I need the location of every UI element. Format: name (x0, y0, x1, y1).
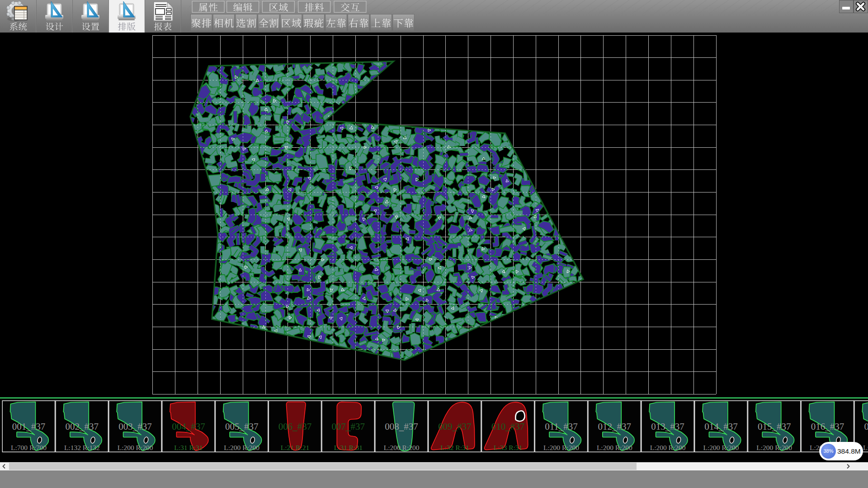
svg-text:012_#37: 012_#37 (598, 421, 632, 432)
svg-text:014_#37: 014_#37 (704, 421, 738, 432)
svg-text:L:700 R:700: L:700 R:700 (11, 444, 47, 451)
svg-text:L:200 R:200: L:200 R:200 (384, 444, 420, 451)
svg-text:003_#37: 003_#37 (118, 421, 152, 432)
svg-text:009_#37: 009_#37 (438, 421, 472, 432)
svg-text:L:200 R:200: L:200 R:200 (863, 444, 868, 451)
svg-text:L:200 R:200: L:200 R:200 (756, 444, 792, 451)
svg-text:001_#37: 001_#37 (12, 421, 46, 432)
svg-text:L:31 R:31: L:31 R:31 (174, 444, 203, 451)
svg-text:L:200 R:200: L:200 R:200 (650, 444, 686, 451)
svg-text:013_#37: 013_#37 (651, 421, 684, 432)
svg-text:L:21 R:21: L:21 R:21 (281, 444, 309, 451)
svg-text:015_#37: 015_#37 (758, 421, 791, 432)
svg-text:016_#37: 016_#37 (811, 421, 844, 432)
svg-text:L:200 R:200: L:200 R:200 (224, 444, 259, 451)
svg-text:017_#37: 017_#37 (864, 421, 868, 432)
svg-text:L:200 R:200: L:200 R:200 (703, 444, 739, 451)
svg-text:L:200 R:200: L:200 R:200 (118, 444, 153, 451)
svg-text:L:200 R:200: L:200 R:200 (543, 444, 579, 451)
svg-text:002_#37: 002_#37 (66, 421, 99, 432)
svg-text:L:132 R:132: L:132 R:132 (64, 444, 100, 451)
svg-text:011_#37: 011_#37 (545, 421, 578, 432)
svg-text:010_#37: 010_#37 (491, 421, 525, 432)
svg-text:L:32 R:31: L:32 R:31 (440, 444, 469, 451)
svg-text:004_#37: 004_#37 (172, 421, 205, 432)
svg-text:007_#37: 007_#37 (332, 421, 365, 432)
svg-text:L:200 R:200: L:200 R:200 (597, 444, 632, 451)
svg-text:005_#37: 005_#37 (225, 421, 259, 432)
svg-text:L:31 R:31: L:31 R:31 (334, 444, 363, 451)
svg-text:008_#37: 008_#37 (385, 421, 418, 432)
svg-text:L:33 R:31: L:33 R:31 (494, 444, 522, 451)
svg-text:006_#37: 006_#37 (278, 421, 312, 432)
